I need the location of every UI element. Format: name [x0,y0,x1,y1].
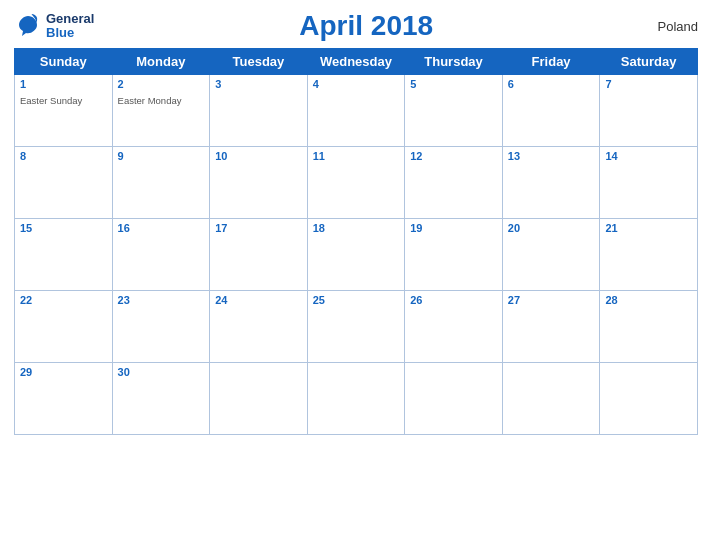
table-row: 27 [502,291,600,363]
col-saturday: Saturday [600,49,698,75]
day-number: 4 [313,78,400,90]
day-number: 14 [605,150,692,162]
table-row: 16 [112,219,210,291]
day-number: 13 [508,150,595,162]
col-wednesday: Wednesday [307,49,405,75]
calendar-week-row: 22232425262728 [15,291,698,363]
table-row: 24 [210,291,308,363]
calendar-title: April 2018 [94,10,638,42]
table-row [502,363,600,435]
day-number: 18 [313,222,400,234]
table-row: 20 [502,219,600,291]
day-number: 10 [215,150,302,162]
table-row: 15 [15,219,113,291]
country-label: Poland [638,19,698,34]
day-number: 11 [313,150,400,162]
table-row: 2Easter Monday [112,75,210,147]
table-row: 8 [15,147,113,219]
calendar-week-row: 2930 [15,363,698,435]
day-number: 29 [20,366,107,378]
table-row: 25 [307,291,405,363]
weekday-header-row: Sunday Monday Tuesday Wednesday Thursday… [15,49,698,75]
day-number: 28 [605,294,692,306]
table-row: 18 [307,219,405,291]
table-row: 26 [405,291,503,363]
day-number: 3 [215,78,302,90]
day-number: 9 [118,150,205,162]
day-number: 24 [215,294,302,306]
table-row: 4 [307,75,405,147]
day-number: 26 [410,294,497,306]
col-thursday: Thursday [405,49,503,75]
day-number: 23 [118,294,205,306]
day-number: 2 [118,78,205,90]
day-number: 22 [20,294,107,306]
day-number: 16 [118,222,205,234]
calendar-week-row: 15161718192021 [15,219,698,291]
table-row: 13 [502,147,600,219]
day-number: 15 [20,222,107,234]
table-row: 14 [600,147,698,219]
day-number: 5 [410,78,497,90]
logo-text: General Blue [46,12,94,41]
holiday-label: Easter Monday [118,95,182,106]
table-row: 28 [600,291,698,363]
day-number: 27 [508,294,595,306]
col-sunday: Sunday [15,49,113,75]
table-row: 9 [112,147,210,219]
day-number: 21 [605,222,692,234]
table-row [307,363,405,435]
table-row: 29 [15,363,113,435]
table-row: 23 [112,291,210,363]
table-row: 5 [405,75,503,147]
calendar-week-row: 1Easter Sunday2Easter Monday34567 [15,75,698,147]
table-row: 10 [210,147,308,219]
calendar-header: General Blue April 2018 Poland [14,10,698,42]
day-number: 20 [508,222,595,234]
table-row [210,363,308,435]
day-number: 25 [313,294,400,306]
table-row [600,363,698,435]
col-friday: Friday [502,49,600,75]
day-number: 30 [118,366,205,378]
day-number: 19 [410,222,497,234]
table-row: 22 [15,291,113,363]
day-number: 7 [605,78,692,90]
col-tuesday: Tuesday [210,49,308,75]
day-number: 17 [215,222,302,234]
calendar-week-row: 891011121314 [15,147,698,219]
col-monday: Monday [112,49,210,75]
table-row: 21 [600,219,698,291]
table-row [405,363,503,435]
holiday-label: Easter Sunday [20,95,82,106]
day-number: 8 [20,150,107,162]
table-row: 12 [405,147,503,219]
day-number: 1 [20,78,107,90]
logo-icon [14,12,42,40]
table-row: 11 [307,147,405,219]
table-row: 19 [405,219,503,291]
logo-area: General Blue [14,12,94,41]
table-row: 7 [600,75,698,147]
calendar-table: Sunday Monday Tuesday Wednesday Thursday… [14,48,698,435]
table-row: 1Easter Sunday [15,75,113,147]
day-number: 6 [508,78,595,90]
table-row: 3 [210,75,308,147]
table-row: 6 [502,75,600,147]
day-number: 12 [410,150,497,162]
table-row: 17 [210,219,308,291]
table-row: 30 [112,363,210,435]
